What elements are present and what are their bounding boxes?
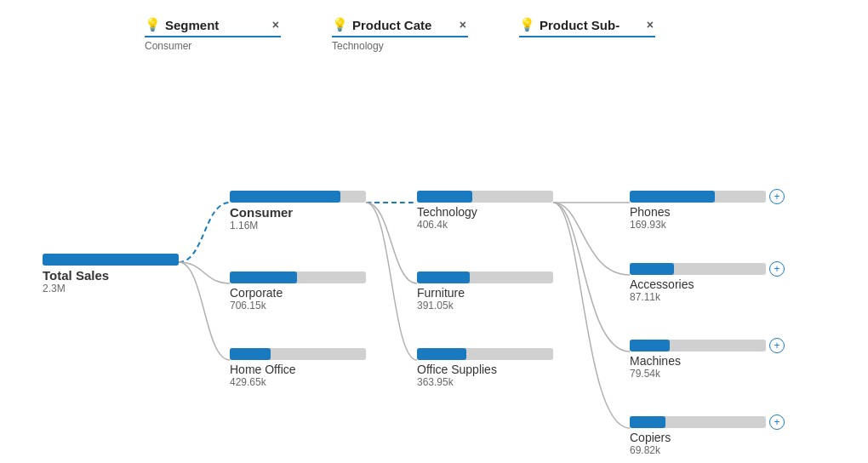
filter-chip-category: 💡 Product Cate × Technology (332, 17, 468, 52)
bar-label-copiers: Copiers 69.82k (630, 431, 766, 456)
expand-copiers-button[interactable]: + (769, 414, 785, 430)
bar-fill-technology (417, 191, 472, 203)
bar-label-phones: Phones 169.93k (630, 205, 766, 231)
filter-chip-category-label: Product Cate (352, 18, 431, 32)
filter-chip-segment-subtitle: Consumer (145, 40, 191, 52)
col-corporate: Corporate 706.15k (230, 272, 366, 312)
bar-name-accessories: Accessories (630, 277, 766, 291)
filter-chip-sub-header: 💡 Product Sub- × (519, 17, 655, 37)
bar-track-furniture (417, 272, 553, 283)
bar-label-total: Total Sales 2.3M (43, 268, 179, 294)
bulb-icon-segment: 💡 (145, 17, 161, 32)
filter-chip-segment: 💡 Segment × Consumer (145, 17, 281, 52)
bar-name-machines: Machines (630, 354, 766, 368)
chart-area: Total Sales 2.3M Consumer 1.16M Corporat… (26, 77, 842, 443)
bar-value-technology: 406.4k (417, 219, 553, 231)
bar-name-copiers: Copiers (630, 431, 766, 444)
bar-label-consumer: Consumer 1.16M (230, 205, 366, 232)
bar-track-corporate (230, 272, 366, 283)
col-machines: + Machines 79.54k (630, 340, 766, 380)
bar-name-corporate: Corporate (230, 286, 366, 300)
filter-chip-sub: 💡 Product Sub- × (519, 17, 655, 52)
col-copiers: + Copiers 69.82k (630, 416, 766, 456)
bar-label-furniture: Furniture 391.05k (417, 286, 553, 312)
col-accessories: + Accessories 87.11k (630, 263, 766, 303)
bar-value-consumer: 1.16M (230, 220, 366, 232)
bar-fill-copiers (630, 416, 665, 428)
bar-fill-machines (630, 340, 670, 352)
bar-track-copiers: + (630, 416, 766, 428)
filter-chip-sub-label: Product Sub- (540, 18, 620, 32)
expand-phones-button[interactable]: + (769, 189, 785, 204)
filter-chip-segment-label: Segment (165, 18, 219, 32)
bar-label-technology: Technology 406.4k (417, 205, 553, 231)
main-container: 💡 Segment × Consumer 💡 Product Cate × Te… (0, 0, 868, 463)
bar-label-corporate: Corporate 706.15k (230, 286, 366, 312)
col-homeoffice: Home Office 429.65k (230, 348, 366, 388)
bar-name-total: Total Sales (43, 268, 179, 283)
bar-track-accessories: + (630, 263, 766, 275)
filter-chip-category-header: 💡 Product Cate × (332, 17, 468, 37)
col-furniture: Furniture 391.05k (417, 272, 553, 312)
bar-name-technology: Technology (417, 205, 553, 219)
bar-track-total (43, 254, 179, 266)
bulb-icon-sub: 💡 (519, 17, 535, 32)
close-sub-button[interactable]: × (645, 18, 655, 31)
bar-track-technology (417, 191, 553, 203)
bar-fill-consumer (230, 191, 340, 203)
expand-machines-button[interactable]: + (769, 338, 785, 353)
expand-accessories-button[interactable]: + (769, 261, 785, 277)
close-segment-button[interactable]: × (271, 18, 281, 31)
bar-value-corporate: 706.15k (230, 300, 366, 312)
bar-label-homeoffice: Home Office 429.65k (230, 363, 366, 388)
bar-track-phones: + (630, 191, 766, 203)
bar-track-homeoffice (230, 348, 366, 360)
bar-name-homeoffice: Home Office (230, 363, 366, 376)
bar-fill-homeoffice (230, 348, 271, 360)
bar-value-phones: 169.93k (630, 219, 766, 231)
col-total: Total Sales 2.3M (43, 254, 179, 294)
bar-fill-corporate (230, 272, 297, 283)
bar-track-machines: + (630, 340, 766, 352)
bar-value-homeoffice: 429.65k (230, 376, 366, 388)
filter-chip-category-subtitle: Technology (332, 40, 384, 52)
filter-chip-segment-title: 💡 Segment (145, 17, 219, 32)
filter-chip-sub-title: 💡 Product Sub- (519, 17, 620, 32)
bar-value-accessories: 87.11k (630, 291, 766, 303)
col-technology: Technology 406.4k (417, 191, 553, 231)
bar-track-officesupplies (417, 348, 553, 360)
col-consumer: Consumer 1.16M (230, 191, 366, 232)
filter-row: 💡 Segment × Consumer 💡 Product Cate × Te… (26, 17, 842, 52)
bar-name-phones: Phones (630, 205, 766, 219)
bar-name-officesupplies: Office Supplies (417, 363, 553, 376)
bar-value-furniture: 391.05k (417, 300, 553, 312)
bulb-icon-category: 💡 (332, 17, 348, 32)
bar-value-officesupplies: 363.95k (417, 376, 553, 388)
bar-value-total: 2.3M (43, 283, 179, 294)
bar-fill-total (43, 254, 179, 266)
col-officesupplies: Office Supplies 363.95k (417, 348, 553, 388)
bar-value-machines: 79.54k (630, 368, 766, 380)
bar-label-officesupplies: Office Supplies 363.95k (417, 363, 553, 388)
bar-fill-phones (630, 191, 715, 203)
bar-name-consumer: Consumer (230, 205, 366, 220)
bar-fill-accessories (630, 263, 674, 275)
filter-chip-category-title: 💡 Product Cate (332, 17, 431, 32)
bar-label-accessories: Accessories 87.11k (630, 277, 766, 303)
col-phones: + Phones 169.93k (630, 191, 766, 231)
bar-name-furniture: Furniture (417, 286, 553, 300)
bar-track-consumer (230, 191, 366, 203)
filter-chip-segment-header: 💡 Segment × (145, 17, 281, 37)
bar-value-copiers: 69.82k (630, 444, 766, 456)
bar-fill-officesupplies (417, 348, 466, 360)
bar-fill-furniture (417, 272, 470, 283)
bar-label-machines: Machines 79.54k (630, 354, 766, 380)
close-category-button[interactable]: × (458, 18, 468, 31)
